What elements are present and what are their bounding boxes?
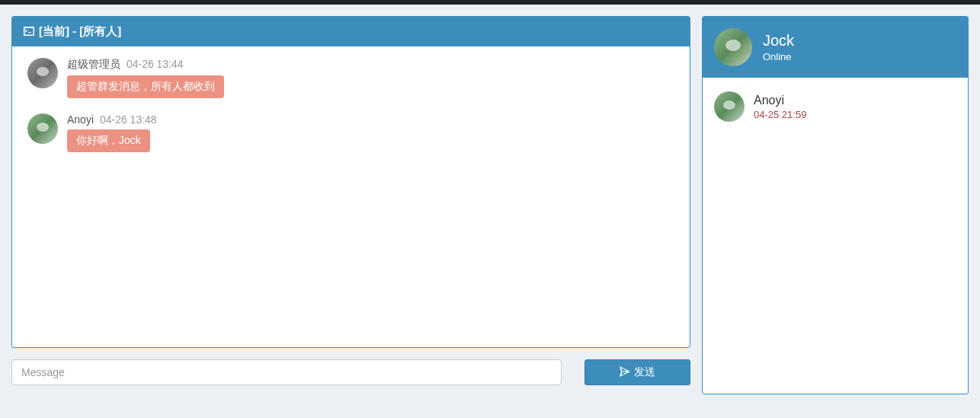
send-button-label: 发送 (634, 365, 655, 379)
message-time: 04-26 13:48 (100, 113, 157, 126)
avatar[interactable] (27, 113, 58, 144)
main-container: [当前] - [所有人] 超级管理员 04-26 13:44 超管群发消息，所有… (0, 5, 980, 406)
side-panel: Jock Online Anoyi 04-25 21:59 (702, 16, 969, 394)
user-name: Jock (763, 32, 794, 49)
contacts-list[interactable]: Anoyi 04-25 21:59 (703, 78, 968, 394)
main-panel: [当前] - [所有人] 超级管理员 04-26 13:44 超管群发消息，所有… (11, 16, 690, 394)
chat-header-title: [当前] - [所有人] (39, 24, 121, 39)
input-row: 发送 (11, 359, 690, 385)
message-header: 超级管理员 04-26 13:44 (67, 58, 674, 72)
user-header: Jock Online (703, 17, 968, 78)
user-status: Online (763, 51, 794, 62)
avatar[interactable] (714, 28, 752, 66)
message-content: 超级管理员 04-26 13:44 超管群发消息，所有人都收到 (67, 58, 674, 98)
contact-item[interactable]: Anoyi 04-25 21:59 (714, 85, 956, 128)
paper-plane-icon (620, 366, 630, 379)
terminal-icon (24, 25, 34, 38)
message-content: Anoyi 04-26 13:48 你好啊，Jock (67, 113, 674, 152)
avatar (714, 91, 745, 122)
contact-time: 04-25 21:59 (754, 109, 806, 120)
message-sender: Anoyi (67, 113, 94, 126)
user-info: Jock Online (763, 32, 794, 62)
contact-info: Anoyi 04-25 21:59 (754, 94, 806, 120)
header-sep: - (72, 24, 76, 37)
header-current: [当前] (39, 24, 69, 37)
header-target: [所有人] (79, 24, 121, 37)
chat-header: [当前] - [所有人] (12, 17, 690, 46)
user-box: Jock Online Anoyi 04-25 21:59 (702, 16, 969, 394)
send-button[interactable]: 发送 (584, 359, 690, 385)
chat-box: [当前] - [所有人] 超级管理员 04-26 13:44 超管群发消息，所有… (11, 16, 690, 348)
message-sender: 超级管理员 (67, 58, 120, 70)
message-header: Anoyi 04-26 13:48 (67, 113, 674, 126)
chat-message: 超级管理员 04-26 13:44 超管群发消息，所有人都收到 (27, 58, 674, 98)
message-time: 04-26 13:44 (127, 58, 184, 70)
message-input[interactable] (11, 359, 562, 385)
chat-message: Anoyi 04-26 13:48 你好啊，Jock (27, 113, 674, 152)
message-bubble: 超管群发消息，所有人都收到 (67, 75, 224, 98)
avatar[interactable] (27, 58, 58, 88)
contact-name: Anoyi (754, 94, 806, 107)
message-bubble: 你好啊，Jock (67, 129, 150, 152)
chat-body[interactable]: 超级管理员 04-26 13:44 超管群发消息，所有人都收到 Anoyi 04… (12, 46, 690, 347)
